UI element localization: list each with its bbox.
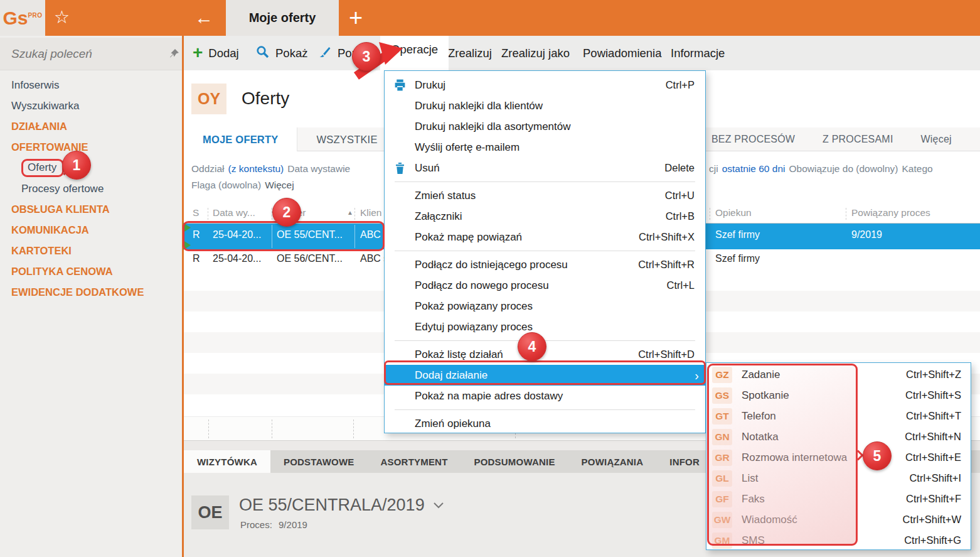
filter-chip[interactable]: Data wystawie (287, 163, 350, 174)
menu-item-usuń[interactable]: UsuńDelete (385, 158, 705, 178)
submenu-item-label: List (742, 472, 909, 485)
menu-item-drukuj[interactable]: DrukujCtrl+P (385, 75, 705, 95)
menu-item-zmień-status[interactable]: Zmień statusCtrl+U (385, 185, 705, 206)
process-value[interactable]: 9/2019 (279, 519, 307, 530)
menu-item-edytuj-powiązany-proces[interactable]: Edytuj powiązany proces (385, 316, 705, 337)
filter-chip[interactable]: Oddział (191, 163, 225, 174)
filter-line2[interactable]: Flaga (dowolna)Więcej (191, 180, 298, 191)
toolbar-button-zrealizuj-jako[interactable]: Zrealizuj jako (498, 36, 573, 70)
menu-item-załączniki[interactable]: ZałącznikiCtrl+B (385, 206, 705, 227)
menu-item-podłącz-do-nowego-procesu[interactable]: Podłącz do nowego procesuCtrl+L (385, 275, 705, 296)
sidebar-item-label: Oferty (28, 161, 56, 173)
submenu-item-label: Wiadomość (742, 514, 902, 526)
menu-separator (395, 251, 695, 251)
app-logo[interactable]: GsPRO (0, 0, 45, 36)
document-title[interactable]: OE 55/CENTRALA/2019 (239, 495, 444, 515)
sidebar-item-wyszukiwarka[interactable]: Wyszukiwarka (0, 95, 182, 116)
submenu-shortcut: Ctrl+Shift+W (902, 514, 961, 526)
search-input[interactable] (11, 47, 166, 61)
toolbar-button-informacje[interactable]: Informacje (667, 36, 728, 70)
favorites-star-icon[interactable]: ☆ (54, 6, 70, 29)
filter-chip[interactable]: cji (709, 163, 718, 174)
tab-asortyment[interactable]: ASORTYMENT (368, 450, 461, 473)
sidebar-item-kartoteki[interactable]: KARTOTEKI (0, 241, 182, 261)
sidebar-item-polityka-cenowa[interactable]: POLITYKA CENOWA (0, 261, 182, 282)
submenu-item-faks[interactable]: GFFaksCtrl+Shift+F (706, 489, 971, 509)
column-header-powizanyproces[interactable]: Powiązany proces (851, 207, 930, 219)
filter-line1-right[interactable]: cjiostatnie 60 dniObowiązuje do (dowolny… (709, 163, 937, 175)
submenu-item-rozmowa-internetowa[interactable]: GRRozmowa internetowaCtrl+Shift+E (706, 447, 971, 468)
filter-chip[interactable]: Katego (902, 163, 933, 174)
menu-item-drukuj-naklejki-dla-asortymentów[interactable]: Drukuj naklejki dla asortymentów (385, 116, 705, 137)
submenu-item-notatka[interactable]: GNNotatkaCtrl+Shift+N (706, 426, 971, 447)
toolbar-button-powiadomienia[interactable]: Powiadomienia (579, 36, 665, 70)
back-arrow-icon[interactable]: ← (194, 6, 213, 30)
sidebar-item-komunikacja[interactable]: KOMUNIKACJA (0, 220, 182, 241)
menu-item-label: Podłącz do istniejącego procesu (415, 259, 638, 271)
toolbar-button-dodaj[interactable]: +Dodaj (189, 36, 243, 70)
submenu-item-telefon[interactable]: GTTelefonCtrl+Shift+T (706, 406, 971, 426)
sidebar-item-procesy-ofertowe[interactable]: Procesy ofertowe (0, 178, 182, 199)
menu-shortcut: Ctrl+U (665, 190, 695, 202)
menu-item-pokaż-na-mapie-adres-dostawy[interactable]: Pokaż na mapie adres dostawy (385, 386, 705, 406)
logo-text: GsPRO (3, 9, 42, 28)
column-header-klien[interactable]: Klien (360, 207, 381, 219)
toolbar-button-label: Zrealizuj jako (501, 46, 570, 60)
menu-item-label: Pokaż mapę powiązań (415, 231, 639, 244)
filter-line1-left[interactable]: Oddział(z kontekstu)Data wystawie (191, 163, 354, 175)
page-title: Oferty (242, 89, 289, 109)
filter-chip[interactable]: Flaga (dowolna) (191, 180, 261, 190)
menu-item-dodaj-działanie[interactable]: Dodaj działanie› (385, 365, 705, 386)
sidebar-item-oferty[interactable]: Oferty (0, 158, 182, 178)
menu-item-label: Podłącz do nowego procesu (415, 279, 667, 292)
window-tab[interactable]: Moje oferty (226, 0, 339, 36)
toolbar-button-pokaż[interactable]: Pokaż (252, 36, 311, 70)
menu-item-wyślij-ofertę-e-mailem[interactable]: Wyślij ofertę e-mailem (385, 137, 705, 158)
sidebar-item-ofertowanie[interactable]: OFERTOWANIE (0, 137, 182, 158)
tab-infor[interactable]: INFOR (656, 450, 713, 473)
tab-podsumowanie[interactable]: PODSUMOWANIE (461, 450, 568, 473)
column-header-s[interactable]: S (193, 207, 199, 219)
submenu-shortcut: Ctrl+Shift+I (909, 472, 961, 484)
menu-item-pokaż-powiązany-proces[interactable]: Pokaż powiązany proces (385, 296, 705, 316)
add-activity-submenu: GZZadanieCtrl+Shift+ZGSSpotkanieCtrl+Shi… (706, 362, 971, 550)
tab-powiązania[interactable]: POWIĄZANIA (568, 450, 657, 473)
tab-wizytówka[interactable]: WIZYTÓWKA (184, 450, 270, 473)
document-type-badge: OE (191, 495, 229, 529)
menu-item-label: Zmień opiekuna (415, 418, 705, 430)
sidebar-item-obsługa-klienta[interactable]: OBSŁUGA KLIENTA (0, 199, 182, 220)
menu-item-drukuj-naklejki-dla-klientów[interactable]: Drukuj naklejki dla klientów (385, 95, 705, 116)
column-header-datawy[interactable]: Data wy... (213, 207, 255, 219)
tab-więcej[interactable]: Więcej (921, 134, 952, 145)
menu-item-podłącz-do-istniejącego-procesu[interactable]: Podłącz do istniejącego procesuCtrl+Shif… (385, 254, 705, 275)
tab-moje-oferty[interactable]: MOJE OFERTY (184, 127, 297, 151)
filter-chip[interactable]: ostatnie 60 dni (722, 163, 786, 174)
menu-item-pokaż-mapę-powiązań[interactable]: Pokaż mapę powiązańCtrl+Shift+X (385, 227, 705, 247)
sidebar-item-infoserwis[interactable]: Infoserwis (0, 75, 182, 95)
toolbar-button-zrealizuj[interactable]: Zrealizuj (444, 36, 496, 70)
submenu-item-list[interactable]: GLListCtrl+Shift+I (706, 468, 971, 489)
new-tab-plus-icon[interactable]: + (349, 2, 363, 33)
tab-wszystkie[interactable]: WSZYSTKIE (297, 127, 396, 151)
menu-item-zmień-opiekuna[interactable]: Zmień opiekuna (385, 413, 705, 434)
submenu-item-spotkanie[interactable]: GSSpotkanieCtrl+Shift+S (706, 385, 971, 406)
tab-podstawowe[interactable]: PODSTAWOWE (270, 450, 368, 473)
sidebar-item-działania[interactable]: DZIAŁANIA (0, 116, 182, 137)
submenu-item-wiadomość[interactable]: GWWiadomośćCtrl+Shift+W (706, 509, 971, 530)
submenu-shortcut: Ctrl+Shift+S (905, 389, 961, 401)
tab-z-procesami[interactable]: Z PROCESAMI (823, 134, 893, 145)
submenu-shortcut: Ctrl+Shift+T (906, 410, 961, 422)
sidebar-item-ewidencje-dodatkowe[interactable]: EWIDENCJE DODATKOWE (0, 282, 182, 303)
toolbar-button-operacje[interactable]: Operacje (380, 36, 449, 71)
submenu-item-zadanie[interactable]: GZZadanieCtrl+Shift+Z (706, 364, 971, 385)
filter-chip[interactable]: Obowiązuje do (dowolny) (789, 163, 898, 174)
step-balloon-5: 5 (863, 441, 892, 470)
filter-chip[interactable]: Więcej (265, 180, 294, 190)
pin-icon[interactable] (166, 48, 182, 60)
filter-chip[interactable]: (z kontekstu) (228, 163, 284, 174)
tab-bez-procesów[interactable]: BEZ PROCESÓW (711, 134, 795, 145)
submenu-item-sms[interactable]: GMSMSCtrl+Shift+G (706, 530, 971, 551)
column-header-opiekun[interactable]: Opiekun (715, 207, 752, 219)
chevron-down-icon[interactable] (434, 502, 444, 509)
command-search[interactable] (0, 38, 182, 70)
